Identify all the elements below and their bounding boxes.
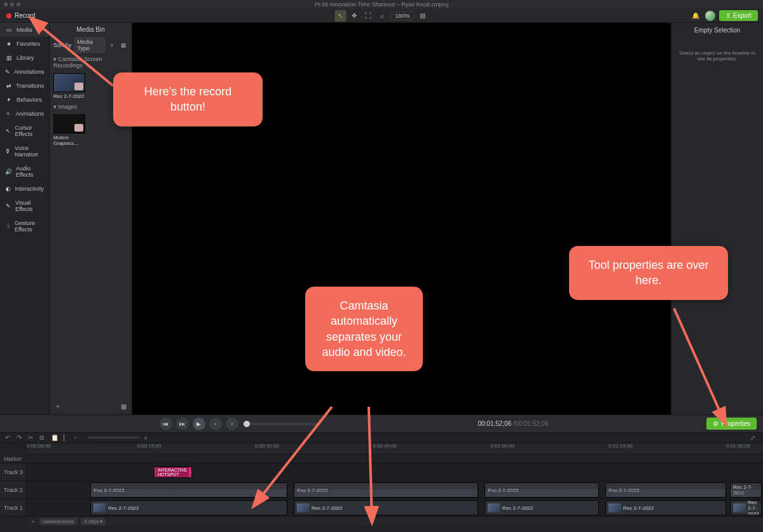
tutorial-note-record: Here's the record button! <box>113 72 263 126</box>
note-text: Camtasia automatically separates your au… <box>322 299 406 358</box>
tutorial-note-properties: Tool properties are over here. <box>569 246 728 300</box>
svg-line-3 <box>674 308 725 423</box>
note-text: Here's the record button! <box>144 85 232 113</box>
tutorial-note-separate: Camtasia automatically separates your au… <box>305 287 423 371</box>
svg-line-0 <box>32 19 113 86</box>
note-text: Tool properties are over here. <box>588 259 708 287</box>
svg-line-1 <box>254 407 332 505</box>
svg-line-2 <box>369 407 372 521</box>
